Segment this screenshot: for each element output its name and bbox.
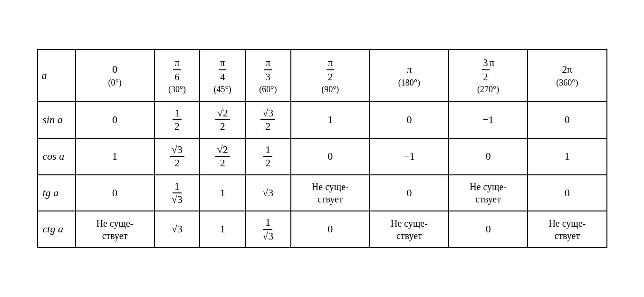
- cos-pi3: 1 2: [245, 138, 291, 175]
- cos-pi6: √3 2: [154, 138, 200, 175]
- header-col-pi-main: π: [374, 62, 444, 77]
- header-col-pi4: π 4 (45°): [200, 49, 245, 102]
- ctg-3pi2: 0: [449, 211, 528, 248]
- tg-row: tg a 0 1 √3 1 √3 Не суще-ствует 0 Не сущ…: [38, 175, 607, 211]
- header-col-2pi-main: 2π: [532, 62, 602, 77]
- ctg-pi3: 1 √3: [245, 211, 291, 248]
- header-col-pi3-sub: (60°): [250, 84, 287, 96]
- header-col-0: 0 (0°): [76, 49, 154, 102]
- header-col-3pi2: 3 2 π (270°): [449, 49, 528, 102]
- header-col-3pi2-sub: (270°): [453, 84, 523, 96]
- cos-row: cos a 1 √3 2 √2 2 1 2 0 −1: [38, 138, 607, 175]
- ctg-label: ctg a: [38, 211, 76, 248]
- sin-0: 0: [76, 102, 154, 138]
- header-col-pi3: π 3 (60°): [245, 49, 291, 102]
- sin-pi2: 1: [291, 102, 370, 138]
- ctg-0: Не суще-ствует: [76, 211, 154, 248]
- sin-pi6: 1 2: [154, 102, 200, 138]
- header-col-pi6: π 6 (30°): [154, 49, 200, 102]
- header-col-pi2: π 2 (90°): [291, 49, 370, 102]
- sin-2pi: 0: [528, 102, 606, 138]
- cos-pi2: 0: [291, 138, 370, 175]
- ctg-row: ctg a Не суще-ствует √3 1 1 √3 0 Не суще…: [38, 211, 607, 248]
- sin-row: sin a 0 1 2 √2 2 √3 2 1 0: [38, 102, 607, 138]
- tg-pi6: 1 √3: [154, 175, 200, 211]
- ctg-pi4: 1: [200, 211, 245, 248]
- header-col-pi4-frac: π 4: [204, 56, 241, 84]
- sin-pi3: √3 2: [245, 102, 291, 138]
- tg-pi: 0: [370, 175, 449, 211]
- cos-3pi2: 0: [449, 138, 528, 175]
- sin-3pi2: −1: [449, 102, 528, 138]
- tg-pi3: √3: [245, 175, 291, 211]
- ctg-pi6: √3: [154, 211, 200, 248]
- header-label: a: [38, 49, 76, 102]
- header-col-0-main: 0: [80, 62, 150, 77]
- trig-table-wrapper: a 0 (0°) π 6 (30°): [37, 49, 607, 248]
- cos-2pi: 1: [528, 138, 606, 175]
- cos-pi: −1: [370, 138, 449, 175]
- sin-pi4: √2 2: [200, 102, 245, 138]
- tg-pi4: 1: [200, 175, 245, 211]
- cos-label: cos a: [38, 138, 76, 175]
- header-col-pi6-sub: (30°): [159, 84, 196, 96]
- tg-0: 0: [76, 175, 154, 211]
- header-col-pi6-frac: π 6: [159, 56, 196, 84]
- header-row: a 0 (0°) π 6 (30°): [38, 49, 607, 102]
- sin-pi: 0: [370, 102, 449, 138]
- header-col-0-sub: (0°): [80, 77, 150, 89]
- header-col-pi2-sub: (90°): [295, 84, 365, 96]
- tg-label: tg a: [38, 175, 76, 211]
- tg-pi2: Не суще-ствует: [291, 175, 370, 211]
- sin-label: sin a: [38, 102, 76, 138]
- header-col-pi4-sub: (45°): [204, 84, 241, 96]
- header-col-pi: π (180°): [370, 49, 449, 102]
- ctg-pi: Не суще-ствует: [370, 211, 449, 248]
- ctg-2pi: Не суще-ствует: [528, 211, 606, 248]
- trig-table: a 0 (0°) π 6 (30°): [37, 49, 607, 248]
- cos-pi4: √2 2: [200, 138, 245, 175]
- header-col-3pi2-frac: 3 2 π: [453, 56, 523, 84]
- tg-2pi: 0: [528, 175, 606, 211]
- header-col-pi-sub: (180°): [374, 77, 444, 89]
- header-col-2pi-sub: (360°): [532, 77, 602, 89]
- cos-0: 1: [76, 138, 154, 175]
- header-col-pi2-frac: π 2: [295, 56, 365, 84]
- tg-3pi2: Не суще-ствует: [449, 175, 528, 211]
- header-col-2pi: 2π (360°): [528, 49, 606, 102]
- header-col-pi3-frac: π 3: [250, 56, 287, 84]
- ctg-pi2: 0: [291, 211, 370, 248]
